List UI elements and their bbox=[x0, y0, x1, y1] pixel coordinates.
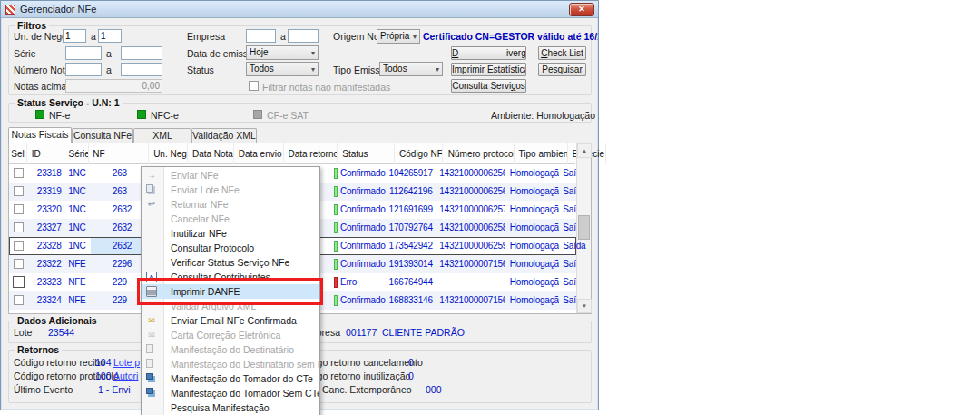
menu-item-pesquisa-manifestacao[interactable]: Pesquisa Manifestação bbox=[142, 400, 319, 415]
title-bar[interactable]: Gerenciador NFe bbox=[1, 1, 598, 18]
tab-notas-fiscais[interactable]: Notas Fiscais bbox=[8, 127, 72, 143]
divergencias-button[interactable]: DDivergênciasivergências bbox=[451, 46, 526, 60]
cell-serie: NFE bbox=[66, 255, 88, 273]
check-list-button[interactable]: Check List bbox=[538, 46, 586, 60]
menu-item-retornar-nfe[interactable]: ↩Retornar NFe bbox=[142, 197, 319, 212]
cell-status: Confirmado bbox=[332, 237, 387, 255]
header-data-envio[interactable]: Data envio bbox=[237, 143, 284, 164]
row-checkbox-focused[interactable] bbox=[13, 276, 24, 288]
menu-item-verificar-status-servico[interactable]: Verificar Status Serviço NFe bbox=[142, 255, 319, 270]
window-title: Gerenciador NFe bbox=[20, 4, 96, 15]
header-nf[interactable]: NF bbox=[91, 143, 149, 164]
cell-serie: NFE bbox=[66, 273, 88, 291]
header-codigo-nfe[interactable]: Código NFe bbox=[397, 143, 443, 164]
serie-to-input[interactable] bbox=[121, 46, 162, 60]
tab-xml[interactable]: XML bbox=[133, 128, 191, 143]
data-emissao-value: Hoje bbox=[250, 47, 269, 57]
cell-serie: 1NC bbox=[66, 183, 88, 201]
header-un-neg[interactable]: Un. Neg. bbox=[152, 143, 188, 164]
header-data-retorno[interactable]: Data retorno bbox=[286, 143, 338, 164]
empresa-to-input[interactable] bbox=[288, 29, 318, 43]
row-checkbox[interactable] bbox=[14, 168, 24, 178]
pesquisar-button[interactable]: Pesquisar bbox=[538, 63, 586, 76]
row-checkbox[interactable] bbox=[14, 204, 24, 214]
protocolo-link[interactable]: Autori bbox=[113, 371, 138, 381]
ambiente-label: Ambiente: Homologação bbox=[491, 110, 595, 121]
menu-item-consultar-contribuintes[interactable]: AConsultar Contribuintes bbox=[142, 270, 319, 284]
status-indicator bbox=[334, 259, 338, 270]
menu-item-enviar-lote-nfe[interactable]: Enviar Lote NFe bbox=[142, 183, 319, 197]
close-button[interactable]: ✕ bbox=[569, 3, 594, 16]
cell-protocolo: 143210000062576 bbox=[436, 201, 505, 219]
row-checkbox[interactable] bbox=[14, 241, 24, 251]
empresa-name: CLIENTE PADRÃO bbox=[382, 327, 465, 338]
status-indicator bbox=[334, 241, 338, 252]
origem-nota-select[interactable]: Própria ▾ bbox=[377, 29, 420, 44]
row-checkbox[interactable] bbox=[14, 259, 24, 269]
menu-item-cancelar-nfe[interactable]: Cancelar NFe bbox=[142, 212, 319, 226]
header-id[interactable]: ID bbox=[30, 143, 64, 164]
numero-from-input[interactable] bbox=[65, 63, 102, 76]
vertical-scrollbar[interactable]: ▲ ▼ bbox=[576, 143, 591, 313]
cell-protocolo: 143210000062590 bbox=[436, 237, 505, 255]
cell-ambiente: Homologação bbox=[508, 273, 559, 291]
un-negocio-from-input[interactable] bbox=[63, 29, 86, 43]
codigo-retorno-recibo-label: Código retorno recibo bbox=[14, 357, 105, 368]
recibo-link[interactable]: Lote p bbox=[113, 357, 140, 368]
row-checkbox[interactable] bbox=[14, 295, 24, 305]
manifestadas-checkbox[interactable] bbox=[249, 81, 259, 91]
menu-item-manifestacao-tomador-sem-cte[interactable]: Manifestação do Tomador Sem CTe bbox=[142, 386, 319, 400]
dados-adicionais-legend: Dados Adicionais bbox=[15, 315, 100, 326]
manifestadas-label: Filtrar notas não manifestadas bbox=[262, 82, 390, 93]
cfesat-status-square bbox=[253, 110, 262, 119]
menu-item-enviar-email-nfe[interactable]: ✉Enviar Email NFe Confirmada bbox=[142, 313, 319, 328]
row-checkbox[interactable] bbox=[14, 222, 24, 232]
header-data-nota[interactable]: Data Nota bbox=[191, 143, 234, 164]
menu-item-imprimir-danfe[interactable]: Imprimir DANFE bbox=[142, 284, 319, 299]
cell-serie: 1NC bbox=[66, 164, 88, 183]
cell-protocolo: 143210000062562 bbox=[436, 164, 505, 183]
cell-id: 23324 bbox=[30, 291, 64, 310]
table-header: Sel ID Série NF Un. Neg. Data Nota Data … bbox=[9, 143, 575, 164]
menu-item-enviar-nfe[interactable]: →Enviar NFe bbox=[142, 168, 319, 183]
chevron-down-icon: ▾ bbox=[413, 31, 416, 44]
cell-ambiente: Homologação bbox=[508, 164, 559, 183]
tab-validacao-xml[interactable]: Validação XML bbox=[191, 128, 257, 143]
menu-item-consultar-protocolo[interactable]: Consultar Protocolo bbox=[142, 241, 319, 255]
header-serie[interactable]: Série bbox=[67, 143, 89, 164]
status-indicator-error bbox=[334, 277, 338, 288]
numero-to-input[interactable] bbox=[121, 63, 162, 76]
data-emissao-select[interactable]: Hoje ▾ bbox=[246, 45, 318, 60]
scrollbar-thumb[interactable] bbox=[578, 215, 590, 240]
scroll-down-arrow[interactable]: ▼ bbox=[577, 299, 592, 313]
tipo-emissao-select[interactable]: Todos ▾ bbox=[379, 62, 443, 76]
menu-item-validar-arquivo-xml[interactable]: Validar Arquivo XML bbox=[142, 299, 319, 313]
menu-item-carta-correcao[interactable]: ✉Carta Correção Eletrônica bbox=[142, 328, 319, 342]
tab-consulta-nfe[interactable]: Consulta NFe bbox=[72, 128, 133, 143]
menu-item-manifestacao-destinatario-sem-nf[interactable]: Manifestação do Destinatário sem NF bbox=[142, 357, 319, 371]
row-checkbox[interactable] bbox=[14, 186, 24, 196]
cell-id: 23322 bbox=[30, 255, 64, 273]
cell-sel bbox=[9, 164, 27, 183]
header-numero-protocolo[interactable]: Número protocolo bbox=[446, 143, 514, 164]
serie-from-input[interactable] bbox=[65, 46, 102, 60]
empresa-from-input[interactable] bbox=[246, 29, 276, 43]
un-negocio-to-input[interactable] bbox=[98, 29, 122, 43]
status-select[interactable]: Todos ▾ bbox=[246, 62, 318, 76]
cell-id: 23319 bbox=[30, 183, 64, 201]
cell-id: 23327 bbox=[30, 219, 64, 237]
imprimir-estatistica-button[interactable]: Imprimir Estatística bbox=[451, 63, 526, 76]
chevron-down-icon: ▾ bbox=[311, 47, 315, 60]
header-status[interactable]: Status bbox=[340, 143, 395, 164]
header-tipo-ambiente[interactable]: Tipo ambiente bbox=[517, 143, 568, 164]
tipo-emissao-value: Todos bbox=[383, 64, 407, 74]
menu-item-inutilizar-nfe[interactable]: Inutilizar NFe bbox=[142, 226, 319, 241]
menu-item-manifestacao-tomador-cte[interactable]: Manifestação do Tomador do CTe bbox=[142, 371, 319, 386]
menu-item-manifestacao-destinatario[interactable]: Manifestação do Destinatário bbox=[142, 342, 319, 357]
chevron-down-icon: ▾ bbox=[436, 64, 439, 76]
range-separator: a bbox=[106, 48, 112, 59]
scroll-up-arrow[interactable]: ▲ bbox=[577, 143, 592, 158]
codigo-retorno-cancelamento-value: 0 bbox=[408, 357, 414, 368]
header-sel[interactable]: Sel bbox=[9, 143, 27, 164]
consulta-servicos-button[interactable]: Consulta Serviços bbox=[451, 79, 526, 93]
